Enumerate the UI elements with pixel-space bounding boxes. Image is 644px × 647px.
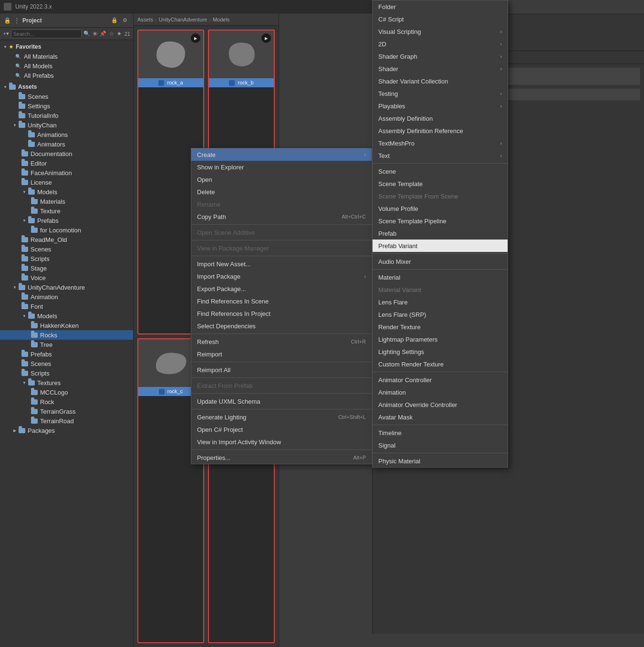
ctx-r-testing[interactable]: Testing ›	[373, 87, 508, 100]
sidebar-item-font-uca[interactable]: Font	[0, 302, 133, 311]
sidebar-item-materials[interactable]: Materials	[0, 197, 133, 206]
sidebar-item-scenes[interactable]: Scenes	[0, 92, 133, 101]
ctx-item-copy-path[interactable]: Copy Path Alt+Ctrl+C	[191, 210, 372, 223]
rock-a-play-btn[interactable]: ▶	[191, 33, 200, 43]
ctx-r-lens-flare-srp[interactable]: Lens Flare (SRP)	[373, 308, 508, 321]
ctx-r-animation[interactable]: Animation	[373, 386, 508, 398]
sidebar-item-license[interactable]: License	[0, 177, 133, 187]
sidebar-item-readme-old[interactable]: ReadMe_Old	[0, 235, 133, 244]
ctx-item-select-dependencies[interactable]: Select Dependencies	[191, 320, 372, 332]
lock-btn[interactable]: 🔒	[110, 16, 119, 25]
ctx-r-text[interactable]: Text ›	[373, 149, 508, 162]
sidebar-item-faceanimation[interactable]: FaceAnimation	[0, 168, 133, 177]
ctx-r-prefab[interactable]: Prefab	[373, 227, 508, 240]
sidebar-item-tree[interactable]: Tree	[0, 340, 133, 349]
search-btn[interactable]: 🔍	[83, 30, 90, 38]
ctx-r-lighting-settings[interactable]: Lighting Settings	[373, 345, 508, 358]
ctx-r-lens-flare[interactable]: Lens Flare	[373, 296, 508, 308]
ctx-r-playables[interactable]: Playables ›	[373, 100, 508, 112]
ctx-item-view-import-activity[interactable]: View in Import Activity Window	[191, 436, 372, 448]
favorites-header[interactable]: ▼ ★ Favorites	[0, 42, 133, 52]
ctx-r-scene[interactable]: Scene	[373, 165, 508, 177]
search-input[interactable]	[11, 30, 82, 38]
ctx-item-find-refs-project[interactable]: Find References In Project	[191, 307, 372, 320]
ctx-r-assembly-def[interactable]: Assembly Definition	[373, 112, 508, 125]
ctx-r-render-texture[interactable]: Render Texture	[373, 321, 508, 333]
eye-btn[interactable]: 👁	[92, 30, 98, 38]
sidebar-item-rocks[interactable]: Rocks	[0, 330, 133, 340]
ctx-r-assembly-def-ref[interactable]: Assembly Definition Reference	[373, 125, 508, 137]
sidebar-item-animation-uca[interactable]: Animation	[0, 292, 133, 302]
breadcrumb-unitychanadventure[interactable]: UnityChanAdventure	[159, 17, 208, 22]
ctx-r-folder[interactable]: Folder	[373, 0, 508, 13]
sidebar-item-scripts-uc[interactable]: Scripts	[0, 254, 133, 263]
ctx-item-properties[interactable]: Properties... Alt+P	[191, 451, 372, 464]
ctx-r-animator-controller[interactable]: Animator Controller	[373, 374, 508, 386]
ctx-r-2d[interactable]: 2D ›	[373, 38, 508, 50]
sidebar-item-models-uc[interactable]: ▼ Models	[0, 187, 133, 197]
sidebar-item-editor[interactable]: Editor	[0, 158, 133, 168]
sidebar-item-stage[interactable]: Stage	[0, 263, 133, 273]
ctx-item-import-package[interactable]: Import Package ›	[191, 270, 372, 282]
ctx-item-open-csharp[interactable]: Open C# Project	[191, 423, 372, 436]
ctx-item-create[interactable]: Create ›	[191, 148, 372, 161]
ctx-item-refresh[interactable]: Refresh Ctrl+R	[191, 335, 372, 348]
ctx-r-scene-template-pipeline[interactable]: Scene Template Pipeline	[373, 215, 508, 227]
sidebar-item-models-uca[interactable]: ▼ Models	[0, 311, 133, 321]
ctx-item-show-explorer[interactable]: Show in Explorer	[191, 161, 372, 173]
ctx-r-prefab-variant[interactable]: Prefab Variant	[373, 240, 508, 252]
sidebar-item-tutorialinfo[interactable]: TutorialInfo	[0, 111, 133, 120]
ctx-r-scene-template[interactable]: Scene Template	[373, 177, 508, 190]
ctx-r-custom-render-texture[interactable]: Custom Render Texture	[373, 358, 508, 370]
star-btn2[interactable]: ★	[116, 30, 123, 38]
sidebar-item-terrainggrass[interactable]: TerrainGrass	[0, 407, 133, 416]
sidebar-item-textures-uca[interactable]: ▼ Textures	[0, 378, 133, 387]
ctx-item-open[interactable]: Open	[191, 173, 372, 186]
ctx-r-visual-scripting[interactable]: Visual Scripting ›	[373, 25, 508, 38]
sidebar-item-settings[interactable]: Settings	[0, 101, 133, 111]
ctx-r-shader[interactable]: Shader ›	[373, 63, 508, 75]
ctx-r-shader-variant[interactable]: Shader Variant Collection	[373, 75, 508, 87]
ctx-item-update-uxml[interactable]: Update UXML Schema	[191, 395, 372, 407]
sidebar-item-scenes-uc[interactable]: Scenes	[0, 244, 133, 254]
ctx-r-timeline[interactable]: Timeline	[373, 427, 508, 439]
ctx-r-audio-mixer[interactable]: Audio Mixer	[373, 255, 508, 268]
star-btn[interactable]: ☆	[108, 30, 114, 38]
sidebar-item-scripts-uca2[interactable]: Scripts	[0, 368, 133, 378]
settings-btn[interactable]: ⚙	[121, 16, 129, 25]
ctx-item-delete[interactable]: Delete	[191, 186, 372, 198]
sidebar-item-prefabs-uca[interactable]: Prefabs	[0, 349, 133, 359]
ctx-r-physic-material[interactable]: Physic Material	[373, 455, 508, 467]
sidebar-item-animators[interactable]: Animators	[0, 139, 133, 149]
pin-btn[interactable]: 📌	[100, 30, 106, 38]
sidebar-item-prefabs-uc[interactable]: ▼ Prefabs	[0, 216, 133, 225]
ctx-r-lightmap-parameters[interactable]: Lightmap Parameters	[373, 333, 508, 345]
ctx-r-material[interactable]: Material	[373, 271, 508, 283]
sidebar-item-documentation[interactable]: Documentation	[0, 149, 133, 158]
ctx-item-reimport-all[interactable]: Reimport All	[191, 364, 372, 376]
breadcrumb-models[interactable]: Models	[213, 17, 229, 22]
sidebar-item-rock-tex[interactable]: Rock	[0, 397, 133, 407]
ctx-item-export-package[interactable]: Export Package...	[191, 282, 372, 295]
ctx-r-shader-graph[interactable]: Shader Graph ›	[373, 50, 508, 63]
sidebar-item-packages[interactable]: ▶ Packages	[0, 426, 133, 435]
ctx-r-volume-profile[interactable]: Volume Profile	[373, 202, 508, 215]
ctx-r-signal[interactable]: Signal	[373, 439, 508, 451]
ctx-r-csharp[interactable]: C# Script	[373, 13, 508, 25]
sidebar-item-mcclogo[interactable]: MCCLogo	[0, 387, 133, 397]
sidebar-item-unitychan[interactable]: ▼ UnityChan	[0, 120, 133, 130]
ctx-r-animator-override[interactable]: Animator Override Controller	[373, 398, 508, 411]
assets-header[interactable]: ▼ Assets	[0, 82, 133, 92]
sidebar-item-unitychanadventure[interactable]: ▼ UnityChanAdventure	[0, 282, 133, 292]
sidebar-item-voice[interactable]: Voice	[0, 273, 133, 282]
sidebar-item-animations[interactable]: Animations	[0, 130, 133, 139]
breadcrumb-assets[interactable]: Assets	[137, 17, 153, 22]
ctx-item-reimport[interactable]: Reimport	[191, 348, 372, 360]
sidebar-item-all-models[interactable]: 🔍 All Models	[0, 61, 133, 71]
sidebar-item-texture[interactable]: Texture	[0, 206, 133, 216]
sidebar-item-hakkenkoken[interactable]: HakkenKoken	[0, 321, 133, 330]
sidebar-item-all-prefabs[interactable]: 🔍 All Prefabs	[0, 71, 133, 80]
sidebar-item-scenes-uca[interactable]: Scenes	[0, 359, 133, 368]
ctx-item-generate-lighting[interactable]: Generate Lighting Ctrl+Shift+L	[191, 411, 372, 423]
ctx-r-textmeshpro[interactable]: TextMeshPro ›	[373, 137, 508, 149]
